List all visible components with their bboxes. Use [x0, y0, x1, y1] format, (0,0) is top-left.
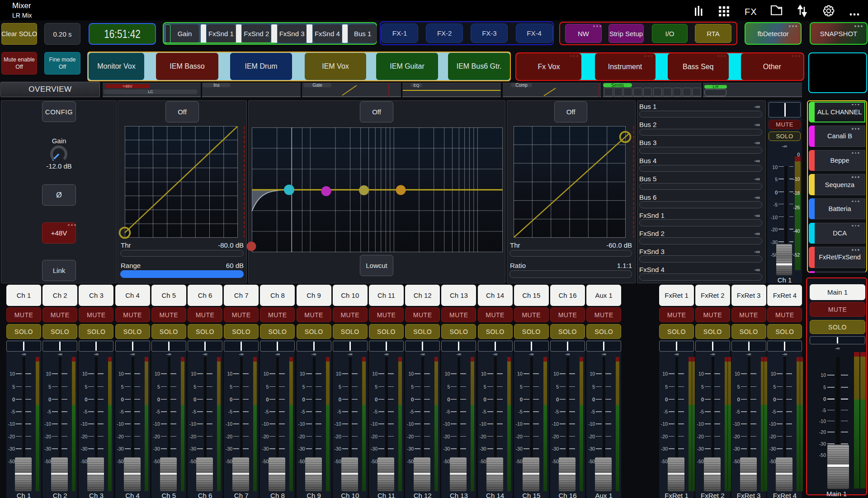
- svg-text:FX: FX: [745, 7, 757, 17]
